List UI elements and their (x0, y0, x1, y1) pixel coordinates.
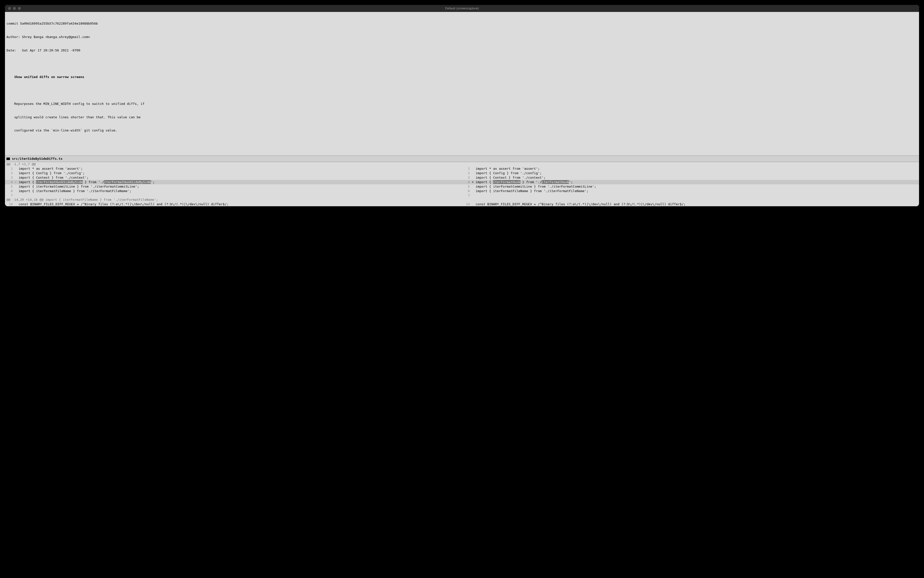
word-diff: iterFormatHunk (542, 180, 569, 184)
left-pane: 1import * as assert from 'assert'; 2impo… (5, 167, 462, 198)
code-line: import { Config } from './config'; (19, 171, 462, 175)
file-header: src/iterSideBySideDiffs.ts (5, 156, 919, 162)
titlebar[interactable]: Default (screencapture) (5, 5, 919, 12)
added-line: 4+import { iterFormatHunk } from './iter… (462, 180, 919, 184)
line-number: 4 (5, 180, 15, 184)
commit-body-line: configured via the `min-line-width` git … (5, 128, 919, 133)
hunk-header: @@ -1,7 +1,7 @@ (5, 162, 919, 167)
line-number: 3 (5, 175, 15, 180)
commit-hash: commit 5a00d16095a255b57c762289fa434e180… (5, 21, 919, 26)
line-number: 2 (5, 171, 15, 175)
window-title: Default (screencapture) (5, 6, 919, 11)
line-number: 14 (5, 202, 15, 206)
line-number: 6 (5, 189, 15, 193)
line-number: 5 (462, 184, 472, 189)
commit-header: commit 5a00d16095a255b57c762289fa434e180… (5, 12, 919, 156)
code-line: import { iterFormatCommitLine } from './… (476, 184, 919, 189)
line-number: 7 (5, 193, 15, 198)
word-diff: iterFormatHunk (493, 180, 520, 184)
diff-sign: - (15, 180, 19, 184)
word-diff: iterFormatHunkSideBySide (36, 180, 83, 184)
line-number: 1 (462, 167, 472, 171)
terminal-content[interactable]: commit 5a00d16095a255b57c762289fa434e180… (5, 12, 919, 206)
file-icon (6, 157, 10, 160)
right-pane: 1import * as assert from 'assert'; 2impo… (462, 167, 919, 198)
deleted-line: 4-import { iterFormatHunkSideBySide } fr… (5, 180, 462, 184)
code-line: import * as assert from 'assert'; (19, 167, 462, 171)
line-number: 6 (462, 189, 472, 193)
file-path: src/iterSideBySideDiffs.ts (12, 157, 63, 161)
commit-body-line: splitting would create lines shorter tha… (5, 115, 919, 120)
diff-split: 1import * as assert from 'assert'; 2impo… (5, 167, 919, 198)
code-line: const BINARY_FILES_DIFF_REGEX = /^Binary… (19, 202, 462, 206)
code-line: const BINARY_FILES_DIFF_REGEX = /^Binary… (476, 202, 919, 206)
commit-subject: Show unified diffs on narrow screens (5, 75, 919, 79)
commit-author: Author: Shrey Banga <banga.shrey@gmail.c… (5, 35, 919, 39)
code-line (476, 193, 919, 198)
line-number: 3 (462, 175, 472, 180)
line-number: 2 (462, 171, 472, 175)
terminal-window: Default (screencapture) commit 5a00d1609… (5, 5, 919, 206)
code-line: import { iterFormatCommitLine } from './… (19, 184, 462, 189)
line-number: 5 (5, 184, 15, 189)
commit-date: Date: Sat Apr 17 20:20:56 2021 -0700 (5, 48, 919, 53)
code-line: import * as assert from 'assert'; (476, 167, 919, 171)
code-line: import { Config } from './config'; (476, 171, 919, 175)
hunk-header: @@ -14,20 +14,16 @@ import { iterFormatF… (5, 198, 919, 202)
code-line: import { iterFormatFileName } from './it… (19, 189, 462, 193)
code-line: import { iterFormatHunkSideBySide } from… (19, 180, 462, 184)
code-line: import { Context } from './context'; (19, 175, 462, 180)
diff-sign: + (472, 180, 476, 184)
line-number: 7 (462, 193, 472, 198)
line-number: 4 (462, 180, 472, 184)
code-line: import { iterFormatHunk } from './iterFo… (476, 180, 919, 184)
line-number: 1 (5, 167, 15, 171)
code-line: import { Context } from './context'; (476, 175, 919, 180)
commit-body-line: Repurposes the MIN_LINE_WIDTH config to … (5, 102, 919, 106)
word-diff: iterFormatHunkSideBySide (104, 180, 151, 184)
code-line: import { iterFormatFileName } from './it… (476, 189, 919, 193)
line-number: 14 (462, 202, 472, 206)
code-line (19, 193, 462, 198)
